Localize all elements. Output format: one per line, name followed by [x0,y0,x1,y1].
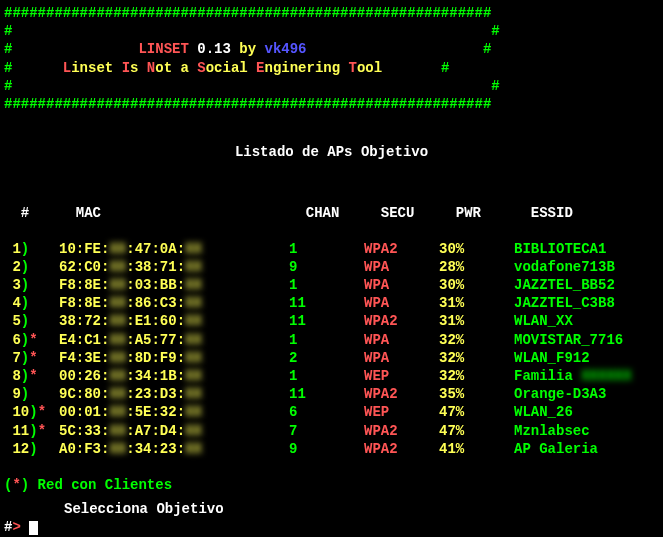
cell-mac: E4:C1:XX:A5:77:XX [59,331,289,349]
table-header: #MACCHANSECUPWRESSID [4,185,659,221]
cursor [29,521,38,535]
cell-idx: 5) [4,312,59,330]
cell-mac: A0:F3:XX:34:23:XX [59,440,289,458]
header-chan: CHAN [306,204,381,222]
cell-chan: 11 [289,294,364,312]
table-row: 12)A0:F3:XX:34:23:XX9WPA241%AP Galeria [4,440,659,458]
header-essid: ESSID [531,204,573,222]
cell-mac: 10:FE:XX:47:0A:XX [59,240,289,258]
cell-pwr: 31% [439,312,514,330]
cell-mac: 62:C0:XX:38:71:XX [59,258,289,276]
cell-secu: WPA2 [364,240,439,258]
cell-mac: F4:3E:XX:8D:F9:XX [59,349,289,367]
cell-mac: F8:8E:XX:03:BB:XX [59,276,289,294]
cell-chan: 7 [289,422,364,440]
cell-idx: 7)* [4,349,59,367]
banner-empty-row-2: # # [4,77,659,95]
legend: (*) Red con Clientes [4,476,659,494]
cell-mac: 00:01:XX:5E:32:XX [59,403,289,421]
banner-empty-row: # # [4,22,659,40]
section-title: Listado de APs Objetivo [4,143,659,161]
cell-essid: JAZZTEL_BB52 [514,276,615,294]
cell-mac: 9C:80:XX:23:D3:XX [59,385,289,403]
cell-chan: 11 [289,312,364,330]
cell-mac: 00:26:XX:34:1B:XX [59,367,289,385]
cell-secu: WPA [364,276,439,294]
cell-essid: AP Galeria [514,440,598,458]
cell-idx: 6)* [4,331,59,349]
cell-pwr: 47% [439,403,514,421]
table-row: 11)*5C:33:XX:A7:D4:XX7WPA247%Mznlabsec [4,422,659,440]
cell-essid: MOVISTAR_7716 [514,331,623,349]
cell-secu: WPA2 [364,312,439,330]
table-row: 1)10:FE:XX:47:0A:XX1WPA230%BIBLIOTECA1 [4,240,659,258]
header-idx: # [21,204,76,222]
cell-pwr: 32% [439,349,514,367]
cell-essid: Orange-D3A3 [514,385,606,403]
cell-essid: vodafone713B [514,258,615,276]
cell-chan: 1 [289,276,364,294]
banner-border-top: ########################################… [4,4,659,22]
cell-secu: WPA2 [364,440,439,458]
cell-idx: 10)* [4,403,59,421]
cell-chan: 6 [289,403,364,421]
cell-pwr: 30% [439,240,514,258]
banner: ########################################… [4,4,659,113]
prompt[interactable]: Selecciona Objetivo #> [4,500,659,536]
table-row: 4)F8:8E:XX:86:C3:XX11WPA31%JAZZTEL_C3B8 [4,294,659,312]
cell-pwr: 35% [439,385,514,403]
prompt-input-line[interactable]: #> [4,518,659,536]
table-row: 7)*F4:3E:XX:8D:F9:XX2WPA32%WLAN_F912 [4,349,659,367]
cell-chan: 9 [289,440,364,458]
cell-secu: WPA2 [364,385,439,403]
cell-chan: 11 [289,385,364,403]
cell-idx: 1) [4,240,59,258]
cell-essid: JAZZTEL_C3B8 [514,294,615,312]
cell-secu: WPA [364,349,439,367]
cell-chan: 1 [289,367,364,385]
table-row: 10)*00:01:XX:5E:32:XX6WEP47%WLAN_26 [4,403,659,421]
banner-border-bottom: ########################################… [4,95,659,113]
cell-idx: 4) [4,294,59,312]
cell-secu: WEP [364,403,439,421]
ap-table: 1)10:FE:XX:47:0A:XX1WPA230%BIBLIOTECA1 2… [4,240,659,458]
cell-chan: 9 [289,258,364,276]
table-row: 9)9C:80:XX:23:D3:XX11WPA235%Orange-D3A3 [4,385,659,403]
cell-pwr: 30% [439,276,514,294]
prompt-label: Selecciona Objetivo [64,500,659,518]
banner-title-1: # LINSET 0.13 by vk496 # [4,40,659,58]
cell-idx: 12) [4,440,59,458]
cell-pwr: 31% [439,294,514,312]
cell-chan: 1 [289,240,364,258]
cell-mac: 5C:33:XX:A7:D4:XX [59,422,289,440]
cell-essid: WLAN_F912 [514,349,590,367]
table-row: 5)38:72:XX:E1:60:XX11WPA231%WLAN_XX [4,312,659,330]
cell-secu: WPA [364,331,439,349]
cell-chan: 1 [289,331,364,349]
cell-essid: BIBLIOTECA1 [514,240,606,258]
header-secu: SECU [381,204,456,222]
cell-idx: 8)* [4,367,59,385]
cell-pwr: 32% [439,367,514,385]
table-row: 3)F8:8E:XX:03:BB:XX1WPA30%JAZZTEL_BB52 [4,276,659,294]
cell-idx: 9) [4,385,59,403]
cell-essid: Mznlabsec [514,422,590,440]
cell-secu: WPA2 [364,422,439,440]
cell-idx: 3) [4,276,59,294]
cell-essid: Familia XXXXXX [514,367,632,385]
table-row: 8)*00:26:XX:34:1B:XX1WEP32%Familia XXXXX… [4,367,659,385]
cell-pwr: 28% [439,258,514,276]
header-pwr: PWR [456,204,531,222]
cell-pwr: 47% [439,422,514,440]
table-row: 2)62:C0:XX:38:71:XX9WPA28%vodafone713B [4,258,659,276]
cell-pwr: 32% [439,331,514,349]
cell-secu: WPA [364,258,439,276]
cell-chan: 2 [289,349,364,367]
cell-secu: WEP [364,367,439,385]
cell-pwr: 41% [439,440,514,458]
header-mac: MAC [76,204,306,222]
cell-idx: 11)* [4,422,59,440]
table-row: 6)*E4:C1:XX:A5:77:XX1WPA32%MOVISTAR_7716 [4,331,659,349]
cell-mac: 38:72:XX:E1:60:XX [59,312,289,330]
cell-essid: WLAN_26 [514,403,573,421]
